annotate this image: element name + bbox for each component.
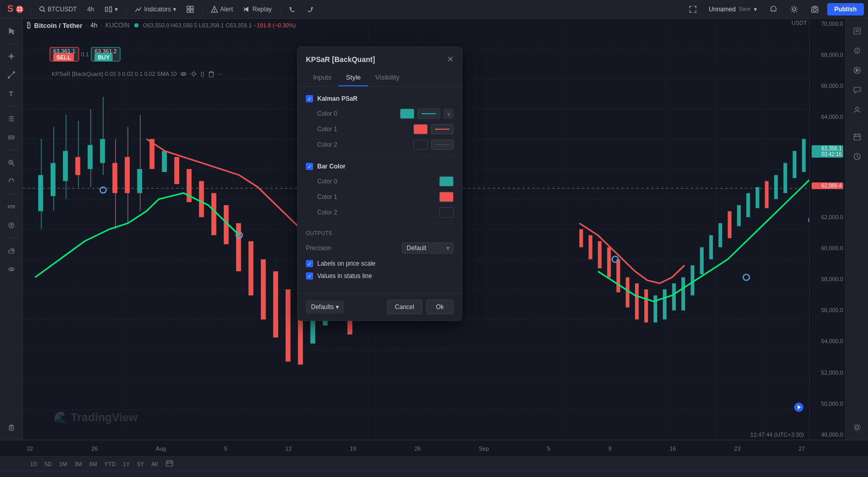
labels-on-scale-checkbox[interactable]: ✓ xyxy=(306,260,313,267)
tf-all[interactable]: All xyxy=(148,460,161,468)
alerts-btn[interactable] xyxy=(849,42,865,59)
bar-color-1-swatch[interactable] xyxy=(439,192,454,202)
undo-btn[interactable] xyxy=(285,4,300,15)
bar-color-0-swatch[interactable] xyxy=(439,176,454,187)
precision-select-wrapper: Default 0 1 2 3 4 xyxy=(402,242,454,254)
kalman-color-2-line-style[interactable] xyxy=(431,140,454,150)
values-in-status-checkbox[interactable]: ✓ xyxy=(306,272,313,280)
crosshair-tool[interactable] xyxy=(3,48,20,65)
zoom-tool[interactable] xyxy=(3,155,20,171)
tf-ytd[interactable]: YTD xyxy=(101,460,119,468)
calendar-btn[interactable] xyxy=(849,129,865,145)
ok-button[interactable]: Ok xyxy=(426,300,454,314)
svg-rect-78 xyxy=(100,139,105,163)
templates-btn[interactable] xyxy=(182,4,198,15)
settings-icon[interactable] xyxy=(190,70,197,78)
redo-btn[interactable] xyxy=(302,4,318,15)
tab-inputs[interactable]: Inputs xyxy=(306,69,338,86)
tab-visibility[interactable]: Visibility xyxy=(368,69,407,86)
fullscreen-btn[interactable] xyxy=(685,4,701,15)
svg-point-9 xyxy=(214,11,215,11)
settings-gear-btn[interactable] xyxy=(786,3,802,16)
account-btn[interactable]: Unnamed Save ▾ xyxy=(705,4,761,15)
replay-btn[interactable]: Replay xyxy=(239,4,276,15)
alert-btn[interactable]: Alert xyxy=(207,4,237,15)
kalman-color-0-line-style[interactable] xyxy=(417,109,440,119)
more-icon[interactable]: ··· xyxy=(218,71,223,77)
text-tool[interactable]: T xyxy=(3,85,20,102)
tf-1m[interactable]: 1M xyxy=(56,460,70,468)
notification-btn[interactable] xyxy=(765,3,782,16)
eraser-tool[interactable] xyxy=(3,242,20,259)
replay-icon xyxy=(794,402,804,412)
svg-rect-77 xyxy=(88,145,93,170)
bar-color-checkbox[interactable]: ✓ xyxy=(306,163,313,170)
bar-color-2-swatch[interactable] xyxy=(439,207,454,218)
tf-1d[interactable]: 1D xyxy=(27,460,40,468)
price-scale: USDT 70,000.0 68,000.0 66,000.0 64,000.0… xyxy=(809,19,845,440)
chat-btn[interactable] xyxy=(849,82,865,98)
tf-5d[interactable]: 5D xyxy=(41,460,55,468)
svg-rect-42 xyxy=(9,426,13,430)
symbol-search-btn[interactable]: BTCUSDT xyxy=(35,4,81,15)
publish-button[interactable]: Publish xyxy=(827,3,864,16)
tf-6m[interactable]: 6M xyxy=(86,460,100,468)
delete-icon[interactable] xyxy=(208,70,215,78)
bar-dropdown-icon[interactable]: ▾ xyxy=(115,6,118,13)
brace-icon[interactable]: {} xyxy=(200,71,204,77)
clock-btn[interactable] xyxy=(849,148,865,165)
kalman-color-2-label: Color 2 xyxy=(317,141,337,148)
watchlist-btn[interactable] xyxy=(849,23,865,39)
tf-5y[interactable]: 5Y xyxy=(134,460,147,468)
kpsar-dialog[interactable]: KPSaR [BackQuant] ✕ Inputs Style Visibil… xyxy=(297,47,462,321)
kalman-color-1-line-style[interactable] xyxy=(431,124,454,134)
precision-select[interactable]: Default 0 1 2 3 4 xyxy=(402,242,454,254)
measure-tool[interactable] xyxy=(3,129,20,146)
timeframe-btn[interactable]: 4h xyxy=(83,4,98,15)
kalman-color-0-swatch[interactable] xyxy=(400,109,414,119)
cursor-tool[interactable] xyxy=(3,23,20,39)
ruler-tool[interactable] xyxy=(3,198,20,215)
svg-rect-106 xyxy=(635,283,639,319)
svg-line-29 xyxy=(12,164,14,166)
eye-icon[interactable] xyxy=(180,70,187,78)
pattern-tool[interactable] xyxy=(3,217,20,234)
screenshot-btn[interactable] xyxy=(807,3,823,16)
visibility-tool[interactable] xyxy=(3,261,20,278)
tab-style[interactable]: Style xyxy=(338,69,368,86)
svg-rect-117 xyxy=(737,205,741,226)
community-btn[interactable] xyxy=(849,101,865,118)
dialog-close-btn[interactable]: ✕ xyxy=(447,54,454,64)
time-26: 26 xyxy=(91,445,98,452)
time-27: 27 xyxy=(799,445,805,452)
svg-rect-105 xyxy=(626,278,629,307)
current-price-label: 63,358.1 03:42:16 xyxy=(812,145,843,158)
fib-tool[interactable] xyxy=(3,111,20,127)
trash-tool[interactable] xyxy=(3,419,20,436)
svg-rect-90 xyxy=(249,241,254,296)
kalman-color-1-swatch[interactable] xyxy=(413,124,428,134)
kalman-psar-checkbox[interactable]: ✓ xyxy=(306,95,313,102)
svg-rect-123 xyxy=(793,151,796,178)
kalman-color-2-swatch[interactable] xyxy=(413,140,428,150)
calendar-range-btn[interactable] xyxy=(166,460,173,468)
bar-type-btn[interactable]: ▾ xyxy=(100,4,122,15)
defaults-button[interactable]: Defaults ▾ xyxy=(306,300,344,314)
settings-side-btn[interactable] xyxy=(849,419,865,436)
tf-3m[interactable]: 3M xyxy=(71,460,85,468)
svg-point-140 xyxy=(856,107,859,110)
bar-color-0-label: Color 0 xyxy=(317,178,337,185)
price-52000: 52,000.0 xyxy=(812,370,843,376)
svg-rect-5 xyxy=(191,6,193,9)
logo-btn[interactable]: S11 xyxy=(4,4,26,14)
replay-indicator[interactable] xyxy=(794,402,804,414)
magnet-tool[interactable] xyxy=(3,173,20,190)
kalman-color-0-dropdown[interactable]: ∨ xyxy=(443,109,454,119)
replay-side-btn[interactable] xyxy=(849,62,865,79)
indicators-btn[interactable]: Indicators ▾ xyxy=(131,4,180,15)
cancel-button[interactable]: Cancel xyxy=(387,300,422,314)
time-5b: 5 xyxy=(547,445,550,452)
trendline-tool[interactable] xyxy=(3,67,20,83)
svg-rect-4 xyxy=(187,6,190,9)
tf-1y[interactable]: 1Y xyxy=(120,460,133,468)
